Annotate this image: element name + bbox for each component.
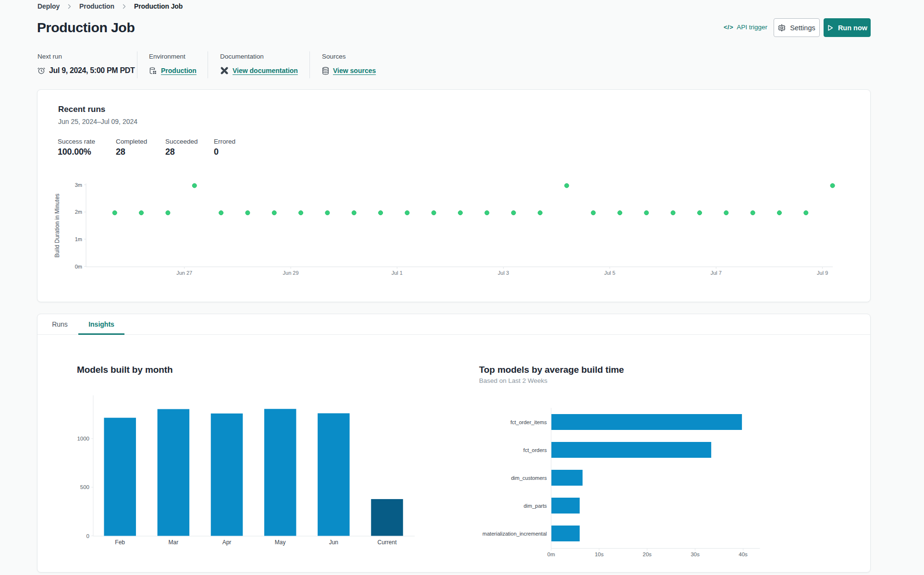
- stat-completed: Completed 28: [116, 138, 147, 157]
- stat-value: 0: [214, 147, 235, 157]
- meta-value-row: Jul 9, 2024, 5:00 PM PDT: [37, 66, 135, 75]
- scatter-point: [485, 210, 489, 215]
- scatter-point: [830, 184, 835, 188]
- bar-may: [264, 409, 296, 536]
- api-trigger-label: API trigger: [737, 24, 767, 31]
- meta-next-run: Next run Jul 9, 2024, 5:00 PM PDT: [37, 53, 135, 75]
- scatter-point: [272, 210, 276, 215]
- bar-current: [371, 499, 403, 536]
- svg-text:Jul 3: Jul 3: [498, 270, 509, 276]
- scatter-point: [698, 210, 702, 215]
- scatter-point: [458, 210, 463, 215]
- svg-text:1m: 1m: [75, 236, 82, 242]
- scatter-point: [192, 184, 197, 188]
- scatter-point: [139, 210, 144, 215]
- sources-label: Sources: [322, 53, 376, 61]
- svg-text:dim_parts: dim_parts: [524, 503, 547, 509]
- stat-label: Completed: [116, 138, 147, 145]
- svg-text:0m: 0m: [75, 264, 82, 269]
- settings-button[interactable]: Settings: [774, 18, 820, 37]
- svg-text:0m: 0m: [547, 551, 555, 557]
- play-icon: [827, 24, 834, 31]
- svg-text:May: May: [275, 539, 286, 546]
- breadcrumb-chevron-icon: [68, 4, 71, 9]
- dbt-logo-icon: [220, 66, 229, 75]
- svg-text:20s: 20s: [643, 551, 652, 557]
- svg-text:Jul 1: Jul 1: [392, 270, 403, 276]
- api-trigger-link[interactable]: </> API trigger: [724, 24, 767, 31]
- tab-row: Runs Insights: [37, 314, 870, 335]
- scatter-point: [431, 210, 436, 215]
- stat-label: Errored: [214, 138, 235, 145]
- environment-link[interactable]: Production: [161, 67, 197, 74]
- scatter-point: [618, 210, 622, 215]
- svg-text:Current: Current: [377, 539, 397, 546]
- svg-text:1000: 1000: [77, 436, 89, 441]
- environment-label: Environment: [149, 53, 197, 61]
- insights-card: Runs Insights Models built by month 0500…: [37, 314, 871, 573]
- svg-text:fct_order_items: fct_order_items: [510, 419, 547, 425]
- scatter-point: [219, 210, 223, 215]
- documentation-label: Documentation: [220, 53, 298, 61]
- meta-divider: [208, 51, 208, 78]
- scatter-point: [804, 210, 808, 215]
- meta-value-row: Production: [149, 66, 197, 75]
- scatter-point: [405, 210, 409, 215]
- scatter-point: [751, 210, 755, 215]
- alarm-clock-icon: [37, 67, 45, 74]
- tab-runs[interactable]: Runs: [41, 314, 78, 334]
- svg-text:Jun 29: Jun 29: [283, 270, 299, 276]
- scatter-point: [671, 210, 675, 215]
- svg-text:Jul 9: Jul 9: [817, 270, 828, 276]
- svg-text:materialization_incremental: materialization_incremental: [482, 531, 547, 537]
- scatter-point: [379, 210, 383, 215]
- svg-text:dim_customers: dim_customers: [511, 475, 547, 481]
- tab-insights[interactable]: Insights: [78, 314, 124, 334]
- models-built-title: Models built by month: [77, 365, 173, 375]
- page-title: Production Job: [37, 20, 135, 36]
- meta-environment: Environment Production: [149, 53, 197, 75]
- database-icon: [322, 67, 329, 75]
- documentation-link[interactable]: View documentation: [233, 67, 298, 74]
- svg-text:Build Duration in Minutes: Build Duration in Minutes: [54, 194, 61, 257]
- bar-feb: [104, 418, 136, 536]
- scatter-point: [352, 210, 356, 215]
- build-duration-scatter-chart: 0m1m2m3mJun 27Jun 29Jul 1Jul 3Jul 5Jul 7…: [49, 176, 856, 279]
- stat-label: Succeeded: [165, 138, 198, 145]
- hbar-fct_orders: [552, 442, 712, 458]
- scatter-point: [511, 210, 516, 215]
- top-models-bar-chart: fct_order_itemsfct_ordersdim_customersdi…: [476, 406, 803, 560]
- hbar-dim_parts: [552, 498, 580, 514]
- stat-label: Success rate: [58, 138, 95, 145]
- top-models-title: Top models by average build time: [479, 365, 624, 375]
- bar-apr: [211, 414, 243, 536]
- svg-text:40s: 40s: [739, 551, 748, 557]
- run-now-button[interactable]: Run now: [824, 18, 871, 37]
- svg-text:3m: 3m: [75, 182, 82, 188]
- bar-mar: [158, 409, 190, 536]
- recent-runs-title: Recent runs: [58, 105, 105, 114]
- breadcrumb-deploy[interactable]: Deploy: [37, 2, 60, 10]
- environment-icon: [149, 67, 157, 75]
- scatter-point: [325, 210, 330, 215]
- meta-documentation: Documentation View documentation: [220, 53, 298, 75]
- settings-button-label: Settings: [790, 24, 815, 32]
- svg-text:Mar: Mar: [169, 539, 179, 546]
- next-run-value: Jul 9, 2024, 5:00 PM PDT: [49, 66, 135, 75]
- breadcrumb-production-job: Production Job: [134, 2, 183, 10]
- code-icon: </>: [724, 24, 733, 31]
- sources-link[interactable]: View sources: [333, 67, 376, 74]
- stat-succeeded: Succeeded 28: [165, 138, 198, 157]
- scatter-point: [644, 210, 649, 215]
- bar-jun: [318, 413, 350, 536]
- breadcrumb-production[interactable]: Production: [79, 2, 114, 10]
- svg-text:Jun: Jun: [329, 539, 338, 546]
- breadcrumb-chevron-icon: [123, 4, 126, 9]
- stat-value: 28: [116, 147, 147, 157]
- hbar-dim_customers: [552, 470, 583, 486]
- next-run-label: Next run: [37, 53, 135, 61]
- svg-text:Jun 27: Jun 27: [176, 270, 192, 276]
- scatter-point: [538, 210, 542, 215]
- svg-text:Jul 5: Jul 5: [604, 270, 615, 276]
- scatter-point: [777, 210, 782, 215]
